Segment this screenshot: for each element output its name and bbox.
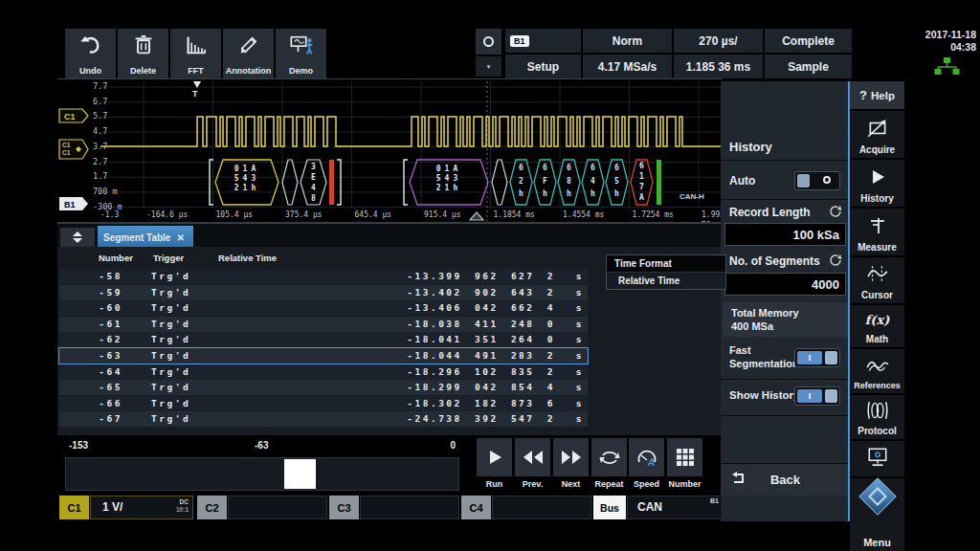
delete-label: Delete <box>130 66 156 76</box>
sidebar-item-measure[interactable]: Measure <box>850 209 904 256</box>
decode-char: h <box>582 187 604 201</box>
toolbar-config-button[interactable] <box>476 29 501 55</box>
undo-button[interactable]: Undo <box>65 29 116 78</box>
fast-segmentation-toggle[interactable]: I <box>794 348 840 367</box>
history-slider-handle[interactable] <box>284 459 316 489</box>
toggle-on-icon: I <box>797 351 822 364</box>
delete-button[interactable]: Delete <box>118 29 168 78</box>
sidebar-item-math[interactable]: f(x) Math <box>850 305 904 348</box>
sample-rate-cell[interactable]: 4.17 MSa/s <box>583 55 672 78</box>
segment-number: -63 <box>59 350 122 361</box>
demo-button[interactable]: Demo <box>276 29 326 78</box>
time-tick-label: 375.4 µs <box>285 210 323 219</box>
sidebar-item-help[interactable]: ? Help <box>850 81 904 110</box>
slider-max-label: 0 <box>450 440 456 451</box>
acq-mode-cell[interactable]: Sample <box>765 55 852 78</box>
sidebar-item-references[interactable]: References <box>850 349 904 394</box>
segment-number: -67 <box>59 413 122 424</box>
setup-cell[interactable]: Setup <box>505 55 581 78</box>
decode-id-line: 01A <box>412 165 486 174</box>
table-row[interactable]: -63Trg'd-18.044 491 283 2s <box>59 348 588 364</box>
sidebar-item-history[interactable]: History <box>850 160 904 208</box>
sidebar-item-menu[interactable]: Menu <box>850 478 904 551</box>
c1-offset-badge-label2: C1 <box>62 149 71 156</box>
table-row[interactable]: -62Trg'd-18.041 351 264 0s <box>59 332 588 347</box>
table-row[interactable]: -64Trg'd-18.296 102 835 2s <box>59 364 588 380</box>
bus-channel-cell[interactable]: CAN B1 <box>627 496 723 519</box>
table-row[interactable]: -60Trg'd-13.406 042 662 4s <box>59 300 588 316</box>
decode-id-line: 543 <box>412 174 486 184</box>
sidebar-item-display[interactable] <box>850 441 904 477</box>
record-length-value: 100 kSa <box>793 228 839 242</box>
sidebar-item-protocol[interactable]: Protocol <box>850 395 904 440</box>
segments-auto-icon[interactable] <box>829 253 842 271</box>
acq-state-cell[interactable]: Complete <box>765 29 852 53</box>
protocol-bus-icon <box>866 395 889 426</box>
table-row[interactable]: -59Trg'd-13.402 902 643 2s <box>59 285 588 300</box>
fft-button[interactable]: FFT <box>170 29 221 78</box>
record-time-cell[interactable]: 1.185 36 ms <box>674 55 763 78</box>
y-axis-label: 4.7 <box>93 126 107 136</box>
trigger-mode-cell[interactable]: Norm <box>583 29 672 53</box>
segment-number: -64 <box>59 366 122 377</box>
history-slider-track[interactable] <box>65 457 459 491</box>
prev-button[interactable] <box>515 438 550 476</box>
table-sort-button[interactable] <box>60 228 95 247</box>
table-row[interactable]: -65Trg'd-18.299 042 854 4s <box>59 380 588 395</box>
sidebar-item-acquire[interactable]: Acquire <box>850 111 904 159</box>
sidebar-item-cursor[interactable]: Cursor <box>850 257 904 304</box>
repeat-button[interactable] <box>591 438 627 476</box>
decode-char: 3 <box>301 162 326 172</box>
caliper-icon <box>868 209 887 242</box>
table-row[interactable]: -61Trg'd-18.038 411 248 0s <box>59 317 588 332</box>
rewind-icon <box>522 449 545 466</box>
c4-channel-badge[interactable]: C4 <box>461 496 491 519</box>
segments-field[interactable]: 4000 <box>724 273 846 296</box>
bus-signal-label: CAN-H <box>679 192 704 201</box>
column-header-relative-time[interactable]: Relative Time <box>218 253 277 263</box>
segment-time-unit: s <box>576 413 584 424</box>
column-header-number[interactable]: Number <box>99 253 133 263</box>
repeat-label: Repeat <box>591 479 627 489</box>
next-button[interactable] <box>553 438 589 476</box>
decode-char: 8 <box>301 193 326 204</box>
c2-channel-cell[interactable] <box>228 496 327 519</box>
run-button[interactable] <box>477 438 512 476</box>
segment-relative-time: -24.738 392 547 2 <box>407 413 555 424</box>
column-header-trigger[interactable]: Trigger <box>153 253 184 263</box>
auto-toggle[interactable] <box>794 171 840 190</box>
show-history-toggle[interactable]: I <box>794 386 840 406</box>
speed-button[interactable]: A <box>629 438 664 476</box>
segment-number: -65 <box>59 382 122 392</box>
toolbar-collapse-button[interactable]: ▾ <box>476 56 501 77</box>
acquire-icon <box>866 111 889 144</box>
tab-segment-table[interactable]: Segment Table ✕ <box>98 226 193 249</box>
waveform-display[interactable]: C1 C1 C1 B1 T 7.76.75.74.73.72.71.7700 m… <box>57 78 723 223</box>
record-length-auto-icon[interactable] <box>829 205 842 222</box>
decode-frame1-id-text: 01A54321h <box>217 165 277 193</box>
empty-status-cell[interactable] <box>540 29 581 53</box>
table-row[interactable]: -66Trg'd-18.302 182 873 6s <box>59 396 588 411</box>
c1-channel-cell[interactable]: 1 V/ DC 10:1 <box>90 496 193 519</box>
c3-channel-badge[interactable]: C3 <box>329 496 359 519</box>
bus1-status-cell[interactable]: B1 <box>505 29 543 53</box>
close-icon[interactable]: ✕ <box>176 232 184 243</box>
c1-channel-badge[interactable]: C1 <box>59 496 89 519</box>
time-reference-marker[interactable] <box>470 212 483 220</box>
table-row[interactable]: -58Trg'd-13.399 962 627 2s <box>59 269 588 284</box>
total-memory-value: 400 MSa <box>731 320 773 333</box>
record-time-value: 1.185 36 ms <box>686 60 750 74</box>
timebase-cell[interactable]: 270 µs/ <box>674 29 763 53</box>
annotation-button[interactable]: Annotation <box>223 29 274 78</box>
c2-channel-badge[interactable]: C2 <box>197 496 227 519</box>
oscilloscope-screen: Undo Delete FFT Annotation Demo ▾ B1 Nor… <box>0 0 980 551</box>
c4-channel-cell[interactable] <box>492 496 591 519</box>
time-format-selected-option[interactable]: Relative Time <box>607 272 725 289</box>
back-button[interactable]: Back <box>721 463 850 496</box>
number-button[interactable] <box>667 438 702 476</box>
c3-channel-cell[interactable] <box>360 496 459 519</box>
bus-channel-badge[interactable]: Bus <box>593 496 626 519</box>
decode-frame2-data-text: 65h <box>606 162 628 201</box>
record-length-field[interactable]: 100 kSa <box>724 223 846 246</box>
table-row[interactable]: -67Trg'd-24.738 392 547 2s <box>59 411 588 427</box>
